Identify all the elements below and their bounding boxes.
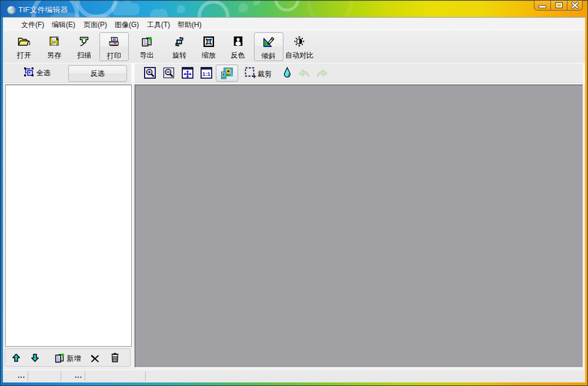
svg-text:1:1: 1:1 (202, 71, 211, 77)
